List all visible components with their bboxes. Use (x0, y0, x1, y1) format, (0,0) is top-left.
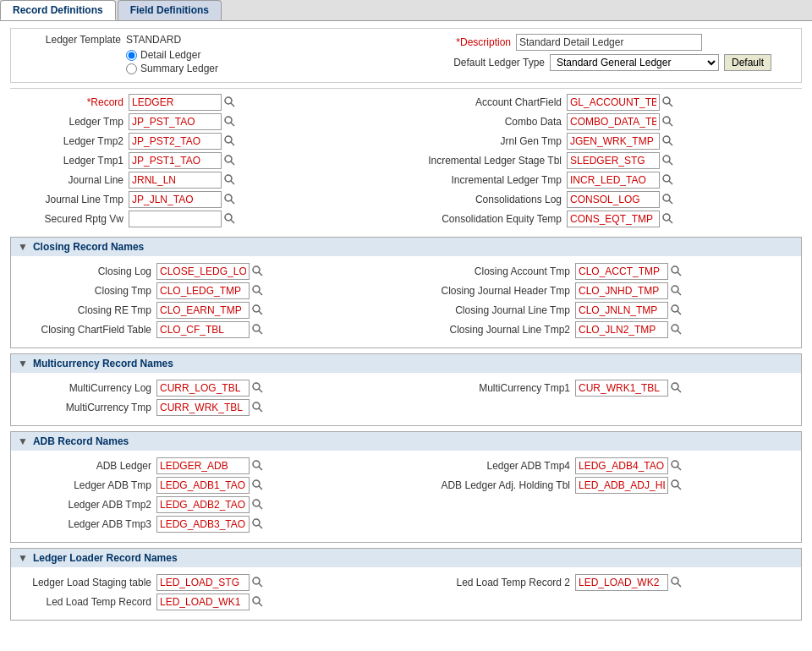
field-input[interactable] (575, 302, 668, 319)
search-icon-button[interactable] (668, 459, 683, 473)
section-header-closing-record-names[interactable]: ▼Closing Record Names (11, 238, 801, 256)
field-input[interactable] (567, 113, 660, 130)
search-icon-button[interactable] (250, 459, 265, 473)
default-ledger-type-select[interactable]: Standard General Ledger Average Daily Ba… (550, 54, 719, 71)
search-icon-button[interactable] (222, 193, 237, 207)
section-col-right: MultiCurrency Tmp1 (406, 380, 791, 418)
search-icon-button[interactable] (250, 304, 265, 318)
section-title: Multicurrency Record Names (33, 358, 173, 369)
search-icon-button[interactable] (668, 304, 683, 318)
search-icon-button[interactable] (222, 134, 237, 149)
section-header-multicurrency-record-names[interactable]: ▼Multicurrency Record Names (11, 354, 801, 373)
field-input[interactable] (575, 477, 668, 494)
search-icon-button[interactable] (660, 115, 675, 129)
search-icon (661, 212, 673, 224)
field-input[interactable] (129, 152, 222, 169)
field-input[interactable] (567, 94, 660, 111)
field-input[interactable] (156, 380, 250, 397)
main-fields-right: Account ChartFieldCombo DataJrnl Gen Tmp… (406, 94, 802, 230)
field-input[interactable] (567, 172, 660, 189)
search-icon-button[interactable] (250, 517, 265, 532)
search-icon-button[interactable] (222, 96, 237, 110)
default-button[interactable]: Default (724, 54, 771, 71)
field-input[interactable] (156, 594, 250, 610)
field-input[interactable] (156, 302, 250, 319)
field-row: Closing Journal Line Tmp2 (406, 321, 791, 338)
search-icon-button[interactable] (660, 154, 675, 168)
search-icon-button[interactable] (222, 154, 237, 168)
search-icon-button[interactable] (668, 323, 683, 337)
field-input[interactable] (575, 457, 668, 474)
field-input[interactable] (156, 516, 250, 533)
search-icon-button[interactable] (660, 134, 675, 149)
field-input[interactable] (567, 152, 660, 169)
field-input[interactable] (567, 191, 660, 208)
search-icon-button[interactable] (668, 381, 683, 396)
search-icon-button[interactable] (660, 173, 675, 188)
field-input[interactable] (129, 133, 222, 150)
search-icon-button[interactable] (660, 96, 675, 110)
search-icon-button[interactable] (250, 265, 265, 279)
search-icon-button[interactable] (660, 212, 675, 227)
svg-point-8 (225, 175, 232, 182)
search-icon-button[interactable] (222, 115, 237, 129)
search-icon-button[interactable] (222, 212, 237, 227)
svg-line-49 (678, 389, 681, 392)
search-icon (251, 284, 263, 296)
tab-field-definitions[interactable]: Field Definitions (118, 0, 222, 20)
field-input[interactable] (156, 477, 250, 494)
field-input[interactable] (156, 282, 250, 299)
search-icon-button[interactable] (668, 479, 683, 493)
section-header-adb-record-names[interactable]: ▼ADB Record Names (11, 432, 801, 451)
field-input[interactable] (129, 94, 222, 111)
search-icon-button[interactable] (250, 381, 265, 396)
search-icon-button[interactable] (250, 401, 265, 415)
search-icon-button[interactable] (250, 323, 265, 337)
search-icon-button[interactable] (250, 498, 265, 512)
search-icon-button[interactable] (668, 284, 683, 298)
field-input[interactable] (156, 496, 250, 513)
field-input[interactable] (575, 380, 668, 397)
svg-point-4 (225, 136, 232, 143)
field-row: Ledger Tmp2 (10, 133, 406, 150)
field-input[interactable] (156, 399, 250, 416)
field-input[interactable] (567, 211, 660, 227)
field-input[interactable] (156, 457, 250, 474)
field-row: Ledger ADB Tmp3 (21, 516, 406, 533)
svg-point-52 (253, 480, 260, 487)
field-row: Closing Account Tmp (406, 263, 791, 280)
summary-ledger-radio[interactable] (126, 63, 137, 74)
search-icon-button[interactable] (250, 576, 265, 590)
field-input[interactable] (575, 282, 668, 299)
field-input[interactable] (567, 133, 660, 150)
svg-point-16 (663, 117, 670, 123)
detail-ledger-radio[interactable] (126, 50, 137, 61)
field-input[interactable] (129, 191, 222, 208)
search-icon-button[interactable] (250, 595, 265, 610)
header-section: Ledger Template STANDARD Detail Ledger S… (10, 28, 802, 83)
field-input[interactable] (575, 574, 668, 591)
field-input[interactable] (575, 321, 668, 338)
search-icon-button[interactable] (668, 265, 683, 279)
field-input[interactable] (129, 113, 222, 130)
section-header-ledger-loader-record-names[interactable]: ▼Ledger Loader Record Names (11, 549, 801, 567)
svg-line-55 (259, 506, 262, 509)
search-icon-button[interactable] (222, 173, 237, 188)
search-icon-button[interactable] (660, 193, 675, 207)
field-input[interactable] (129, 211, 222, 227)
field-input[interactable] (129, 172, 222, 189)
collapse-arrow: ▼ (18, 552, 28, 564)
field-input[interactable] (575, 263, 668, 280)
search-icon (670, 265, 682, 276)
svg-line-27 (669, 220, 672, 223)
field-input[interactable] (156, 574, 250, 591)
search-icon-button[interactable] (668, 576, 683, 590)
search-icon (251, 479, 263, 490)
field-input[interactable] (156, 321, 250, 338)
field-input[interactable] (156, 263, 250, 280)
search-icon-button[interactable] (250, 284, 265, 298)
description-input[interactable] (516, 34, 702, 51)
section-body-closing-record-names: Closing LogClosing TmpClosing RE TmpClos… (11, 256, 801, 347)
search-icon-button[interactable] (250, 479, 265, 493)
tab-record-definitions[interactable]: Record Definitions (0, 0, 116, 20)
